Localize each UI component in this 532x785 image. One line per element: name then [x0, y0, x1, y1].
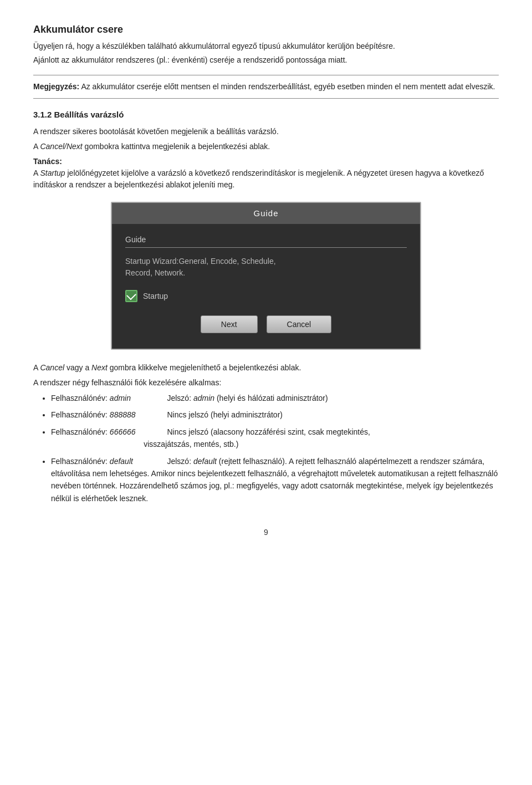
tanacs-label: Tanács:: [33, 157, 62, 166]
after-guide-section: A Cancel vagy a Next gombra klikkelve me…: [33, 362, 499, 504]
user-label-666666: Felhasználónév: 666666: [51, 426, 156, 438]
guide-mockup: Guide Guide Startup Wizard:General, Enco…: [111, 202, 421, 350]
list-item: Felhasználónév: 888888 Nincs jelszó (hel…: [51, 409, 499, 421]
after-guide-line1: A Cancel vagy a Next gombra klikkelve me…: [33, 362, 499, 374]
guide-description: Startup Wizard:General, Encode, Schedule…: [125, 256, 407, 279]
page-number: 9: [33, 527, 499, 538]
tanacs-block: Tanács: A Startup jelölőnégyzetet kijelö…: [33, 156, 499, 191]
tanacs-text: A Startup jelölőnégyzetet kijelölve a va…: [33, 169, 484, 189]
user-label-default: Felhasználónév: default: [51, 455, 156, 467]
guide-buttons: Next Cancel: [125, 315, 407, 333]
page-title: Akkumulátor csere: [33, 22, 499, 37]
guide-section-label: Guide: [125, 234, 407, 248]
list-item: Felhasználónév: admin Jelszó: admin (hel…: [51, 392, 499, 404]
user-label-admin: Felhasználónév: admin: [51, 392, 156, 404]
list-item: Felhasználónév: default Jelszó: default …: [51, 455, 499, 505]
intro-paragraph-1: Ügyeljen rá, hogy a készülékben találhat…: [33, 40, 499, 52]
section-heading: 3.1.2 Beállítás varázsló: [33, 109, 499, 121]
after-guide-line2: A rendszer négy felhasználói fiók kezelé…: [33, 377, 499, 389]
guide-startup-row: Startup: [125, 290, 407, 302]
guide-body: Guide Startup Wizard:General, Encode, Sc…: [112, 224, 420, 349]
guide-title-bar: Guide: [112, 203, 420, 225]
user-label-888888: Felhasználónév: 888888: [51, 409, 156, 421]
guide-cancel-button[interactable]: Cancel: [267, 315, 332, 333]
startup-label: Startup: [143, 290, 168, 302]
note-label: Megjegyzés:: [33, 82, 79, 91]
guide-next-button[interactable]: Next: [201, 315, 258, 333]
section-body-1: A rendszer sikeres bootolását követően m…: [33, 126, 499, 137]
user-list: Felhasználónév: admin Jelszó: admin (hel…: [33, 392, 499, 504]
note-text: Az akkumulátor cseréje előtt mentsen el …: [81, 82, 495, 91]
note-box: Megjegyzés: Az akkumulátor cseréje előtt…: [33, 75, 499, 99]
section-body-2: A Cancel/Next gombokra kattintva megjele…: [33, 141, 499, 152]
list-item: Felhasználónév: 666666 Nincs jelszó (ala…: [51, 426, 499, 451]
intro-paragraph-2: Ajánlott az akkumulátor rendszeres (pl.:…: [33, 54, 499, 66]
startup-checkbox: [125, 290, 137, 302]
